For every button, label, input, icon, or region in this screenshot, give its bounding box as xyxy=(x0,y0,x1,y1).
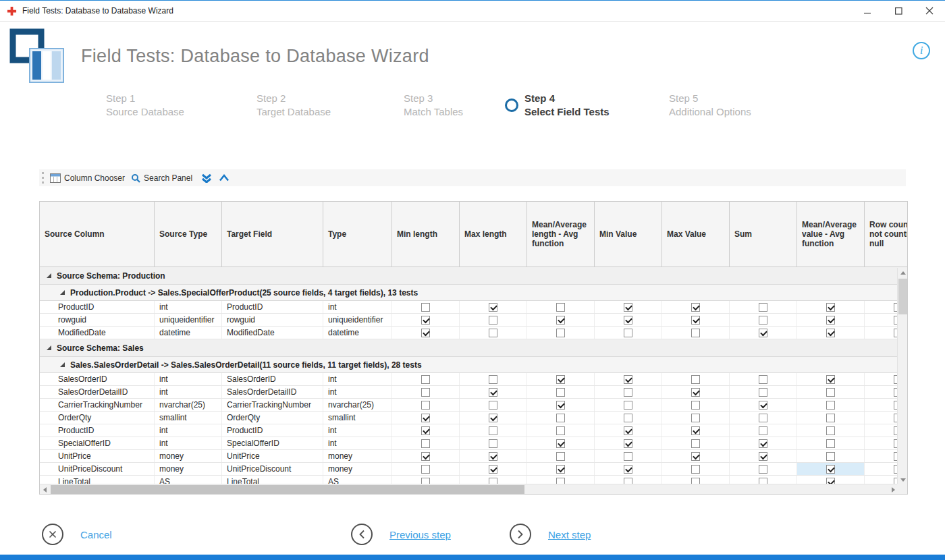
checkbox-unchecked[interactable] xyxy=(489,375,497,384)
test-cell[interactable] xyxy=(392,327,460,339)
test-cell[interactable] xyxy=(730,301,797,313)
column-header[interactable]: Source Column xyxy=(40,202,155,267)
schema-group-row[interactable]: Source Schema: Production xyxy=(40,267,908,285)
wizard-step-2[interactable]: Step 2Target Database xyxy=(256,92,404,119)
checkbox-unchecked[interactable] xyxy=(759,375,767,384)
checkbox-checked[interactable] xyxy=(691,388,700,397)
checkbox-checked[interactable] xyxy=(826,329,835,337)
column-header[interactable]: Mean/Average length - Avg function xyxy=(527,202,595,267)
test-cell[interactable] xyxy=(797,412,865,424)
wizard-step-5[interactable]: Step 5Additional Options xyxy=(669,92,751,119)
checkbox-unchecked[interactable] xyxy=(489,439,497,448)
checkbox-unchecked[interactable] xyxy=(489,426,497,435)
test-cell[interactable] xyxy=(730,327,797,339)
checkbox-unchecked[interactable] xyxy=(759,316,767,325)
test-cell[interactable] xyxy=(527,412,595,424)
next-step-button[interactable]: Next step xyxy=(510,524,591,545)
checkbox-unchecked[interactable] xyxy=(826,426,835,435)
checkbox-unchecked[interactable] xyxy=(624,329,632,337)
checkbox-checked[interactable] xyxy=(826,316,835,325)
expand-triangle-icon[interactable] xyxy=(47,345,51,350)
checkbox-checked[interactable] xyxy=(556,401,565,410)
checkbox-unchecked[interactable] xyxy=(489,329,497,337)
test-cell[interactable] xyxy=(595,386,662,398)
checkbox-checked[interactable] xyxy=(421,426,430,435)
expand-triangle-icon[interactable] xyxy=(60,362,65,367)
checkbox-checked[interactable] xyxy=(556,439,565,448)
test-cell[interactable] xyxy=(595,314,662,326)
test-cell[interactable] xyxy=(730,373,797,385)
checkbox-unchecked[interactable] xyxy=(691,465,700,474)
expand-triangle-icon[interactable] xyxy=(47,273,51,278)
test-cell[interactable] xyxy=(595,301,662,313)
checkbox-unchecked[interactable] xyxy=(826,388,835,397)
test-cell[interactable] xyxy=(662,412,730,424)
checkbox-unchecked[interactable] xyxy=(421,465,430,474)
test-cell[interactable] xyxy=(797,450,865,462)
test-cell[interactable] xyxy=(662,437,730,449)
test-cell[interactable] xyxy=(595,373,662,385)
test-cell[interactable] xyxy=(797,463,865,475)
checkbox-unchecked[interactable] xyxy=(826,414,835,422)
close-button[interactable] xyxy=(914,1,945,21)
test-cell[interactable] xyxy=(527,399,595,411)
test-cell[interactable] xyxy=(797,437,865,449)
test-cell[interactable] xyxy=(662,373,730,385)
column-header[interactable]: Min length xyxy=(392,202,460,267)
checkbox-unchecked[interactable] xyxy=(624,414,632,422)
test-cell[interactable] xyxy=(595,437,662,449)
info-icon[interactable]: i xyxy=(913,42,930,59)
checkbox-checked[interactable] xyxy=(421,316,430,325)
column-header[interactable]: Target Field xyxy=(222,202,323,267)
checkbox-checked[interactable] xyxy=(826,375,835,384)
test-cell[interactable] xyxy=(662,301,730,313)
test-cell[interactable] xyxy=(460,314,527,326)
test-cell[interactable] xyxy=(460,301,527,313)
checkbox-unchecked[interactable] xyxy=(759,465,767,474)
checkbox-unchecked[interactable] xyxy=(556,388,565,397)
test-cell[interactable] xyxy=(730,424,797,437)
checkbox-checked[interactable] xyxy=(624,375,632,384)
column-chooser-button[interactable]: Column Chooser xyxy=(49,169,130,186)
test-cell[interactable] xyxy=(460,450,527,462)
column-header[interactable]: Sum xyxy=(730,202,797,267)
checkbox-checked[interactable] xyxy=(691,316,700,325)
checkbox-unchecked[interactable] xyxy=(421,303,430,312)
test-cell[interactable] xyxy=(797,373,865,385)
column-header[interactable]: Mean/Average value - Avg function xyxy=(797,202,865,267)
cancel-button[interactable]: Cancel xyxy=(42,524,112,545)
test-cell[interactable] xyxy=(730,314,797,326)
horizontal-scroll-thumb[interactable] xyxy=(51,485,524,494)
maximize-button[interactable] xyxy=(883,1,914,21)
checkbox-unchecked[interactable] xyxy=(489,401,497,410)
test-cell[interactable] xyxy=(797,327,865,339)
test-cell[interactable] xyxy=(662,450,730,462)
collapse-all-icon[interactable] xyxy=(219,173,230,182)
test-cell[interactable] xyxy=(662,386,730,398)
expand-triangle-icon[interactable] xyxy=(60,290,65,295)
wizard-step-4[interactable]: Step 4Select Field Tests xyxy=(505,92,669,119)
column-header[interactable]: Max Value xyxy=(662,202,730,267)
test-cell[interactable] xyxy=(460,463,527,475)
checkbox-unchecked[interactable] xyxy=(421,439,430,448)
test-cell[interactable] xyxy=(460,327,527,339)
test-cell[interactable] xyxy=(662,424,730,437)
test-cell[interactable] xyxy=(392,437,460,449)
test-cell[interactable] xyxy=(392,450,460,462)
checkbox-checked[interactable] xyxy=(624,303,632,312)
test-cell[interactable] xyxy=(460,386,527,398)
checkbox-unchecked[interactable] xyxy=(826,452,835,461)
checkbox-checked[interactable] xyxy=(759,452,767,461)
test-cell[interactable] xyxy=(730,386,797,398)
test-cell[interactable] xyxy=(595,412,662,424)
test-cell[interactable] xyxy=(797,399,865,411)
data-row[interactable]: CarrierTrackingNumbernvarchar(25)Carrier… xyxy=(40,399,908,412)
data-row[interactable]: rowguiduniqueidentifierrowguiduniqueiden… xyxy=(40,314,908,327)
toolbar-grip[interactable] xyxy=(42,172,44,184)
checkbox-unchecked[interactable] xyxy=(691,375,700,384)
checkbox-unchecked[interactable] xyxy=(556,303,565,312)
checkbox-checked[interactable] xyxy=(421,452,430,461)
checkbox-checked[interactable] xyxy=(759,439,767,448)
expand-all-icon[interactable] xyxy=(201,173,212,183)
test-cell[interactable] xyxy=(527,463,595,475)
